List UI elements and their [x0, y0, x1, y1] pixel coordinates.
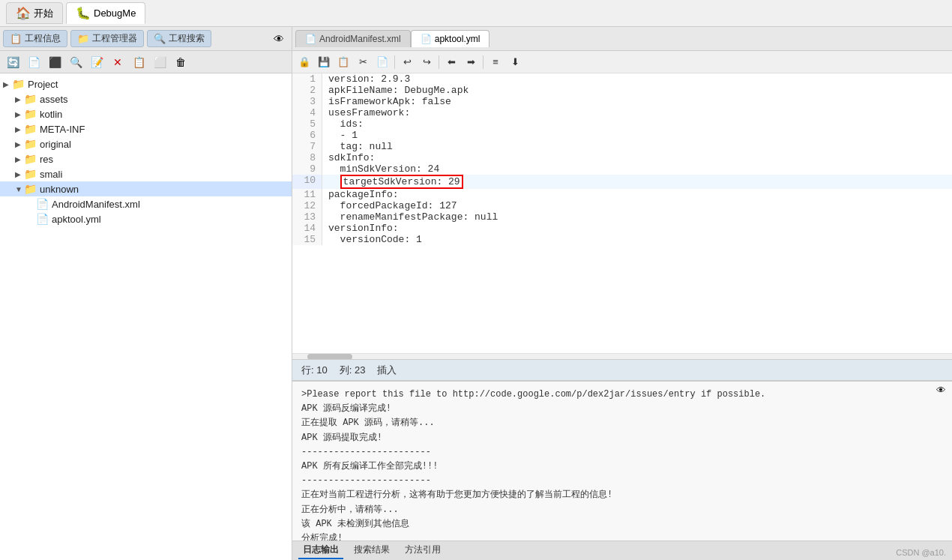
code-line-6: 6 - 1	[292, 130, 952, 141]
stop-button[interactable]: ⬛	[45, 52, 64, 72]
clipboard-button[interactable]: 📋	[334, 53, 352, 71]
redo-button[interactable]: ↪	[418, 53, 436, 71]
code-line-12: 12 forcedPackageId: 127	[292, 200, 952, 211]
left-panel-eye-button[interactable]: 👁	[269, 29, 289, 49]
tab-start[interactable]: 🏠 开始	[6, 2, 63, 24]
line-content-2: apkFileName: DebugMe.apk	[322, 85, 952, 96]
line-content-11: packageInfo:	[322, 189, 952, 200]
editor-toolbar: 🔒 💾 📋 ✂ 📄 ↩ ↪ ⬅ ➡ ≡ ⬇	[292, 51, 952, 73]
code-line-8: 8 sdkInfo:	[292, 152, 952, 163]
line-content-14: versionInfo:	[322, 223, 952, 234]
line-num-9: 9	[292, 163, 322, 175]
line-content-5: ids:	[322, 118, 952, 130]
tree-item-androidmanifest[interactable]: ▶ 📄 AndroidManifest.xml	[0, 196, 292, 211]
line-content-15: versionCode: 1	[322, 234, 952, 245]
code-line-2: 2 apkFileName: DebugMe.apk	[292, 85, 952, 96]
prev-button[interactable]: ⬅	[442, 53, 460, 71]
edit-button[interactable]: 📝	[87, 52, 106, 72]
tree-item-original[interactable]: ▶ 📁 original	[0, 136, 292, 151]
tree-item-smali[interactable]: ▶ 📁 smali	[0, 166, 292, 181]
res-folder-icon: 📁	[24, 153, 37, 165]
lock-button[interactable]: 🔒	[295, 53, 313, 71]
code-line-11: 11 packageInfo:	[292, 189, 952, 200]
tab-project-manager[interactable]: 📁 工程管理器	[70, 30, 144, 47]
toolbar-sep-1	[394, 55, 395, 69]
split-button[interactable]: ⬜	[150, 52, 169, 72]
code-line-1: 1 version: 2.9.3	[292, 73, 952, 85]
file-button[interactable]: 📄	[24, 52, 43, 72]
tab-debugme[interactable]: 🐛 DebugMe	[66, 2, 145, 24]
bottom-tabs: 日志输出 搜索结果 方法引用	[292, 541, 952, 560]
log-line-11: 分析完成!	[301, 532, 943, 541]
trash-button[interactable]: 🗑	[171, 52, 190, 72]
root-label: Project	[28, 79, 58, 90]
kotlin-folder-icon: 📁	[24, 108, 37, 120]
tab-project-search-label: 工程搜索	[169, 32, 205, 45]
tree-item-meta-inf[interactable]: ▶ 📁 META-INF	[0, 121, 292, 136]
bottom-tab-search[interactable]: 搜索结果	[349, 542, 394, 559]
line-content-13: renameManifestPackage: null	[322, 211, 952, 223]
paste-button[interactable]: 📄	[373, 53, 391, 71]
search-button[interactable]: 🔍	[66, 52, 85, 72]
bottom-eye-button[interactable]: 👁	[936, 385, 946, 396]
watermark: CSDN @a10.	[896, 548, 946, 557]
line-num-3: 3	[292, 96, 322, 107]
next-button[interactable]: ➡	[462, 53, 480, 71]
unknown-label: unknown	[40, 184, 79, 195]
tree-item-apktool[interactable]: ▶ 📄 apktool.yml	[0, 211, 292, 226]
line-num-2: 2	[292, 85, 322, 96]
copy-button[interactable]: 📋	[129, 52, 148, 72]
log-line-2: APK 源码反编译完成!	[301, 402, 943, 416]
bottom-tab-log[interactable]: 日志输出	[298, 542, 343, 559]
editor-status: 行: 10 列: 23 插入	[292, 359, 952, 380]
tab-project-info[interactable]: 📋 工程信息	[3, 30, 67, 47]
tree-item-res[interactable]: ▶ 📁 res	[0, 151, 292, 166]
editor-tab-androidmanifest[interactable]: 📄 AndroidManifest.xml	[295, 30, 411, 47]
left-top-toolbar: 📋 工程信息 📁 工程管理器 🔍 工程搜索 👁	[0, 27, 292, 51]
cut-button[interactable]: ✂	[354, 53, 372, 71]
file-tree: ▶ 📁 Project ▶ 📁 assets ▶ 📁 kotlin ▶ 📁 M	[0, 73, 292, 560]
bottom-eye-icon: 👁	[936, 385, 946, 396]
res-label: res	[40, 154, 53, 165]
androidmanifest-tab-label: AndroidManifest.xml	[319, 34, 401, 44]
search-tab-icon: 🔍	[154, 33, 166, 44]
bottom-tab-method-ref[interactable]: 方法引用	[400, 542, 445, 559]
tree-root[interactable]: ▶ 📁 Project	[0, 76, 292, 91]
line-content-12: forcedPackageId: 127	[322, 200, 952, 211]
tree-item-unknown[interactable]: ▼ 📁 unknown	[0, 181, 292, 196]
meta-inf-arrow: ▶	[15, 125, 24, 133]
tab-project-search[interactable]: 🔍 工程搜索	[147, 30, 211, 47]
delete-button[interactable]: ✕	[108, 52, 127, 72]
line-num-6: 6	[292, 130, 322, 141]
info-icon: 📋	[10, 33, 22, 44]
editor-hscroll[interactable]	[292, 353, 952, 359]
bottom-panel: 👁 >Please report this file to http://cod…	[292, 380, 952, 560]
assets-folder-icon: 📁	[24, 93, 37, 105]
log-line-1: >Please report this file to http://code.…	[301, 388, 943, 402]
status-col: 列: 23	[340, 364, 366, 377]
original-arrow: ▶	[15, 140, 24, 148]
tab-start-label: 开始	[34, 7, 53, 20]
tree-item-kotlin[interactable]: ▶ 📁 kotlin	[0, 106, 292, 121]
format-button[interactable]: ≡	[486, 53, 504, 71]
log-line-8: 正在对当前工程进行分析，这将有助于您更加方便快捷的了解当前工程的信息!	[301, 488, 943, 502]
refresh-button[interactable]: 🔄	[3, 52, 22, 72]
undo-button[interactable]: ↩	[398, 53, 416, 71]
code-line-14: 14 versionInfo:	[292, 223, 952, 234]
tab-debugme-label: DebugMe	[94, 7, 136, 19]
tree-item-assets[interactable]: ▶ 📁 assets	[0, 91, 292, 106]
editor-tabs: 📄 AndroidManifest.xml 📄 apktool.yml	[292, 27, 952, 51]
apktool-file-icon: 📄	[36, 213, 49, 225]
unknown-folder-icon: 📁	[24, 183, 37, 195]
editor-tab-apktool[interactable]: 📄 apktool.yml	[411, 30, 490, 47]
code-line-7: 7 tag: null	[292, 141, 952, 152]
download-button[interactable]: ⬇	[506, 53, 524, 71]
bottom-tab-search-label: 搜索结果	[354, 544, 390, 555]
smali-folder-icon: 📁	[24, 168, 37, 180]
original-folder-icon: 📁	[24, 138, 37, 150]
line-content-4: usesFramework:	[322, 107, 952, 118]
line-num-15: 15	[292, 234, 322, 245]
save-button[interactable]: 💾	[315, 53, 333, 71]
line-content-8: sdkInfo:	[322, 152, 952, 163]
code-editor[interactable]: 1 version: 2.9.3 2 apkFileName: DebugMe.…	[292, 73, 952, 353]
